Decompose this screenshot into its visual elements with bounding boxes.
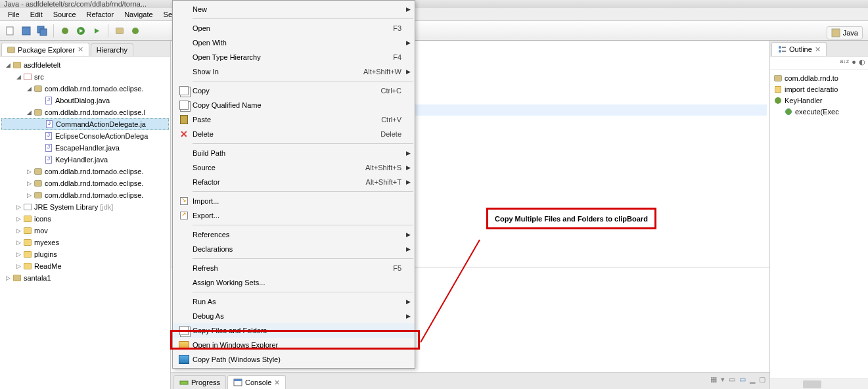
java-file-node[interactable]: EscapeHandler.java [1, 142, 169, 154]
outline-package-node[interactable]: com.ddlab.rnd.to [771, 72, 867, 83]
ctx-refresh[interactable]: RefreshF5 [173, 261, 415, 275]
ctx-paste[interactable]: PasteCtrl+V [173, 112, 415, 127]
save-all-button[interactable] [35, 24, 49, 37]
context-menu: New▶ OpenF3 Open With▶ Open Type Hierarc… [172, 0, 415, 369]
menu-navigate[interactable]: Navigate [119, 9, 158, 20]
new-package-button[interactable] [113, 24, 126, 37]
new-button[interactable] [4, 24, 17, 37]
jre-node[interactable]: ▷JRE System Library [jdk] [1, 201, 169, 213]
outline-scrollbar[interactable] [770, 378, 868, 389]
ctx-copy[interactable]: CopyCtrl+C [173, 83, 415, 98]
tab-label: Hierarchy [97, 46, 127, 54]
display-console-button[interactable]: ▭ [729, 375, 735, 384]
menubar: File Edit Source Refactor Navigate Se [0, 8, 868, 21]
clear-console-button[interactable]: ▦ [710, 375, 717, 384]
tab-label: Console [245, 378, 271, 386]
ctx-run-as[interactable]: Run As▶ [173, 294, 415, 309]
tab-hierarchy[interactable]: Hierarchy [91, 43, 133, 56]
ctx-open-windows-explorer[interactable]: Open in Windows Explorer [173, 338, 415, 352]
ctx-declarations[interactable]: Declarations▶ [173, 242, 415, 256]
ctx-refactor[interactable]: RefactorAlt+Shift+T▶ [173, 175, 415, 189]
tree-label: com.ddlab.rnd.to [785, 74, 838, 82]
close-icon[interactable]: ✕ [274, 378, 280, 387]
run-button[interactable] [74, 24, 87, 37]
folder-node[interactable]: ▷icons [1, 213, 169, 225]
pin-console-button[interactable]: ▾ [721, 375, 725, 384]
ctx-open-type-hierarchy[interactable]: Open Type HierarchyF4 [173, 50, 415, 64]
min-button[interactable]: ▁ [750, 375, 755, 384]
run-last-button[interactable] [90, 24, 103, 37]
ctx-open-with[interactable]: Open With▶ [173, 35, 415, 50]
ctx-delete[interactable]: ✕DeleteDelete [173, 127, 415, 141]
submenu-arrow-icon: ▶ [406, 246, 411, 252]
menu-label: Debug As [193, 312, 401, 320]
hide-button[interactable]: ◐ [859, 58, 865, 68]
tab-progress[interactable]: Progress [173, 375, 226, 389]
close-icon[interactable]: ✕ [78, 45, 83, 54]
submenu-arrow-icon: ▶ [406, 313, 411, 319]
menu-separator [193, 258, 413, 259]
sort-button[interactable]: a↓z [840, 58, 849, 68]
folder-node[interactable]: ▷plugins [1, 248, 169, 260]
package-explorer-icon [7, 47, 15, 53]
ctx-new[interactable]: New▶ [173, 2, 415, 16]
outline-icon [777, 45, 787, 54]
menu-separator [193, 225, 413, 225]
outline-tree[interactable]: com.ddlab.rnd.to import declaratio KeyHa… [770, 70, 868, 378]
submenu-arrow-icon: ▶ [406, 179, 411, 185]
project-node[interactable]: ▷santala1 [1, 272, 169, 284]
save-button[interactable] [20, 24, 33, 37]
perspective-switcher[interactable]: Java [827, 26, 863, 39]
outline-method-node[interactable]: execute(Exec [771, 106, 867, 117]
folder-node[interactable]: ▷myexes [1, 237, 169, 248]
open-console-button[interactable]: ▭ [739, 375, 746, 384]
ctx-copy-files-and-folders[interactable]: Copy Files and Folders [173, 323, 415, 338]
project-node[interactable]: ◢asdfdeletelt [1, 59, 169, 71]
perspective-label: Java [843, 29, 858, 37]
tree-label: icons [34, 215, 51, 223]
max-button[interactable]: ▢ [759, 375, 765, 384]
ctx-copy-qualified-name[interactable]: Copy Qualified Name [173, 98, 415, 112]
java-file-node[interactable]: AboutDialog.java [1, 95, 169, 106]
outline-imports-node[interactable]: import declaratio [771, 83, 867, 95]
folder-node[interactable]: ▷ReadMe [1, 260, 169, 272]
debug-button[interactable] [58, 24, 72, 37]
new-class-button[interactable] [129, 24, 142, 37]
ctx-open[interactable]: OpenF3 [173, 21, 415, 35]
java-file-node[interactable]: EclipseConsoleActionDelega [1, 130, 169, 142]
scrollbar-thumb[interactable] [803, 380, 821, 388]
ctx-build-path[interactable]: Build Path▶ [173, 146, 415, 160]
tab-outline[interactable]: Outline ✕ [771, 42, 827, 56]
menu-label: Copy Path (Windows Style) [193, 355, 401, 363]
src-node[interactable]: ◢src [1, 71, 169, 83]
package-node[interactable]: ◢com.ddlab.rnd.tornado.eclipse.l [1, 106, 169, 118]
package-node[interactable]: ◢com.ddlab.rnd.tornado.eclipse. [1, 83, 169, 95]
tab-label: Outline [789, 45, 812, 53]
outline-class-node[interactable]: KeyHandler [771, 95, 867, 106]
ctx-references[interactable]: References▶ [173, 227, 415, 242]
folder-node[interactable]: ▷mov [1, 225, 169, 237]
close-icon[interactable]: ✕ [815, 45, 821, 54]
ctx-copy-path[interactable]: Copy Path (Windows Style) [173, 352, 415, 367]
tab-package-explorer[interactable]: Package Explorer ✕ [1, 43, 89, 56]
package-node[interactable]: ▷com.ddlab.rnd.tornado.eclipse. [1, 189, 169, 201]
filter-button[interactable]: ● [852, 58, 856, 68]
menu-source[interactable]: Source [48, 9, 81, 20]
ctx-source[interactable]: SourceAlt+Shift+S▶ [173, 160, 415, 175]
java-file-node-selected[interactable]: CommandActionDelegate.ja [1, 118, 169, 130]
package-node[interactable]: ▷com.ddlab.rnd.tornado.eclipse. [1, 177, 169, 189]
package-explorer-tree[interactable]: ◢asdfdeletelt ◢src ◢com.ddlab.rnd.tornad… [0, 57, 170, 389]
ctx-assign-working-sets[interactable]: Assign Working Sets... [173, 275, 415, 290]
ctx-debug-as[interactable]: Debug As▶ [173, 309, 415, 323]
menu-label: Refresh [193, 264, 393, 272]
package-node[interactable]: ▷com.ddlab.rnd.tornado.eclipse. [1, 166, 169, 177]
tab-console[interactable]: Console ✕ [227, 375, 286, 389]
menu-file[interactable]: File [3, 9, 25, 20]
menu-refactor[interactable]: Refactor [81, 9, 120, 20]
ctx-export[interactable]: Export... [173, 208, 415, 223]
ctx-import[interactable]: Import... [173, 194, 415, 208]
ctx-show-in[interactable]: Show InAlt+Shift+W▶ [173, 64, 415, 79]
java-file-node[interactable]: KeyHandler.java [1, 154, 169, 166]
console-icon [233, 378, 242, 387]
menu-edit[interactable]: Edit [25, 9, 48, 20]
